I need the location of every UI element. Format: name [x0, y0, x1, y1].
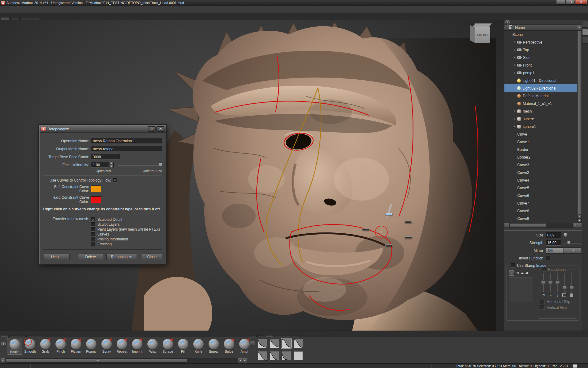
falloff-preset[interactable] [282, 339, 291, 348]
tree-item[interactable]: Material_1_u1_v1 [504, 100, 577, 107]
marking-menu-item[interactable] [405, 236, 412, 238]
help-button[interactable]: Help... [43, 254, 70, 260]
tool-button[interactable]: Foamy [84, 338, 99, 354]
rotate-icon[interactable]: ↻ [516, 271, 518, 275]
tool-button[interactable]: Sculpt [7, 338, 22, 355]
operation-name-input[interactable] [91, 138, 162, 144]
expander[interactable]: + [514, 48, 517, 52]
close-button[interactable]: Close [142, 254, 162, 260]
tree-item[interactable]: + Top [504, 46, 577, 54]
falloff-preset[interactable] [294, 351, 303, 361]
tool-button[interactable]: Grab [38, 338, 53, 354]
close-button[interactable]: × [575, 0, 587, 5]
expander[interactable]: + [514, 71, 517, 75]
tree-item[interactable]: + persp1 [504, 69, 577, 77]
tree-item[interactable]: Curve3 [504, 161, 577, 169]
transfer-option[interactable]: Sculpt Layers [91, 222, 160, 227]
marking-menu-item[interactable] [385, 244, 393, 246]
tool-button[interactable]: Fill [175, 338, 191, 354]
dialog-close-button[interactable]: ✕ [156, 126, 164, 132]
horizontal-flip-checkbox[interactable] [540, 300, 545, 304]
soft-constraint-color-swatch[interactable] [91, 186, 101, 192]
tool-button[interactable]: Scrape [160, 338, 175, 354]
strength-slider[interactable] [564, 240, 581, 246]
flip-vertical-icon[interactable]: ▴▾ [525, 271, 528, 275]
panel-tab[interactable] [582, 21, 588, 28]
export-icon[interactable] [562, 293, 566, 297]
tree-horizontal-scrollbar[interactable]: ◂ ◂ ▸ [504, 223, 582, 228]
use-curves-checkbox[interactable] [113, 178, 117, 182]
target-face-count-input[interactable] [91, 154, 120, 160]
scroll-up-button[interactable]: ▲ [577, 25, 582, 30]
tool-button[interactable]: Imprint [130, 338, 145, 354]
color-square-icon[interactable] [570, 293, 573, 297]
transfer-option[interactable]: Freezing [91, 242, 160, 246]
tree-item[interactable]: Curve9 [504, 215, 577, 222]
viewport-3d[interactable]: FRONT Retopologize ? ✕ Operation Name: O… [0, 20, 504, 331]
panel-collapse-button[interactable]: › [505, 20, 510, 25]
tool-button[interactable]: Smear [206, 338, 221, 354]
tree-vertical-scrollbar[interactable]: ▲ ▼ [577, 31, 582, 223]
vertical-flip-checkbox[interactable] [540, 305, 545, 310]
tray-expand-button[interactable]: › [250, 341, 254, 345]
shelf-expand-button[interactable]: › [1, 342, 6, 346]
view-cube-front-face[interactable]: FRONT [475, 27, 490, 43]
falloff-preset[interactable] [282, 351, 291, 361]
use-stamp-image-checkbox[interactable] [511, 263, 515, 268]
transfer-checkbox[interactable] [91, 237, 95, 241]
tool-button[interactable]: Flatten [68, 338, 84, 354]
output-mesh-name-input[interactable] [91, 146, 162, 152]
scroll-left-button[interactable]: ◂ [238, 358, 243, 363]
tree-item[interactable]: + sphere1 [504, 123, 577, 130]
flip-horizontal-icon[interactable]: ◂▸ [521, 271, 523, 275]
view-tab[interactable] [10, 17, 20, 20]
tool-button[interactable]: Smooth [22, 338, 38, 354]
stamp-properties-button[interactable]: ? [509, 270, 514, 276]
tree-item[interactable]: Curve4 [504, 176, 577, 184]
scroll-left-button[interactable]: ◂ [1, 358, 5, 363]
header-sliver[interactable]: › [504, 25, 507, 30]
size-input[interactable] [546, 232, 561, 238]
scroll-down-button[interactable]: ▼ [577, 219, 582, 223]
rotate-icon[interactable]: ↻ [542, 293, 545, 297]
dialog-help-button[interactable]: ? [148, 126, 156, 132]
transfer-checkbox[interactable] [91, 222, 95, 227]
tree-item[interactable]: Curve6 [504, 192, 577, 199]
scroll-left-button[interactable]: ◂ [504, 223, 509, 228]
scroll-left-button[interactable]: ◂ [572, 223, 577, 228]
transfer-option[interactable]: Curves [91, 232, 160, 236]
stamp-preview-box[interactable] [509, 278, 533, 302]
tree-item[interactable]: + mesh [504, 107, 577, 115]
tree-item[interactable]: + Side [504, 54, 577, 61]
expander[interactable]: + [514, 125, 517, 128]
lock-icon[interactable] [507, 25, 513, 30]
tool-button[interactable]: Wax [145, 338, 160, 354]
transfer-checkbox[interactable] [91, 232, 95, 236]
minimize-button[interactable]: – [556, 0, 565, 5]
expander[interactable]: + [514, 56, 517, 59]
falloff-preset[interactable] [258, 351, 267, 361]
transfer-option[interactable]: Posing Information [91, 237, 160, 241]
tree-item[interactable]: Curve5 [504, 184, 577, 192]
restore-button[interactable]: ❐ [566, 0, 575, 5]
tree-item[interactable]: Light 01 - Directional [504, 77, 577, 84]
tree-item[interactable]: - Scene [504, 31, 577, 38]
marking-menu-item[interactable] [385, 213, 393, 215]
tree-item[interactable]: + Perspective [504, 38, 577, 46]
mirror-dropdown[interactable]: Off ▼ [546, 247, 581, 254]
scroll-up-button[interactable]: ▲ [577, 215, 582, 219]
delete-button[interactable]: Delete [78, 254, 103, 260]
hard-constraint-color-swatch[interactable] [91, 196, 101, 203]
tool-shelf-scrollbar[interactable]: ◂ ◂ ▸ [1, 358, 247, 363]
invert-function-checkbox[interactable] [546, 256, 550, 260]
falloff-preset[interactable] [294, 339, 303, 348]
falloff-preset[interactable] [270, 339, 279, 348]
view-tab[interactable] [1, 17, 10, 20]
scroll-right-button[interactable]: ▸ [577, 223, 582, 228]
panel-tab[interactable] [582, 37, 588, 44]
transfer-checkbox[interactable] [91, 242, 95, 246]
tree-item[interactable]: Default Material [504, 92, 577, 100]
marking-menu-item[interactable] [405, 221, 412, 223]
face-uniformity-spinner[interactable]: ▲▼ [110, 162, 114, 168]
transfer-option[interactable]: Sculpted Detail [91, 217, 160, 222]
